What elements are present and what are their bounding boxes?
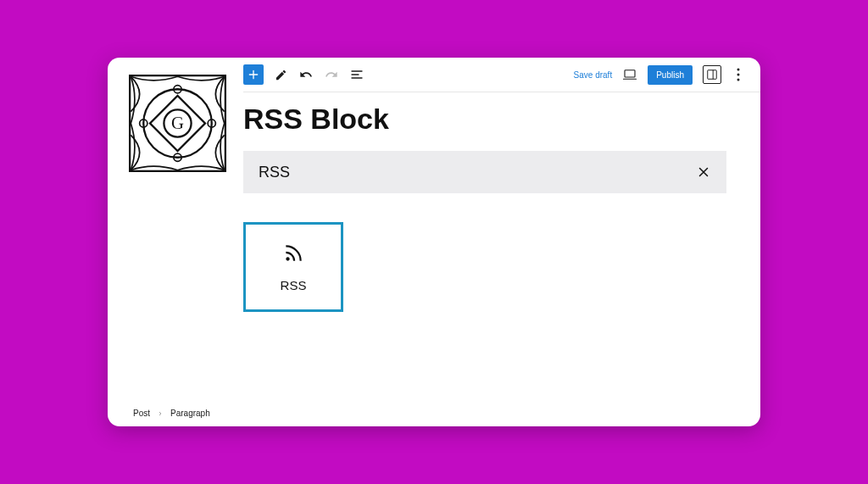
svg-point-15 — [286, 257, 289, 260]
svg-text:G: G — [171, 114, 184, 132]
edit-icon[interactable] — [272, 66, 289, 83]
rss-icon — [282, 242, 304, 264]
block-search-input[interactable]: RSS — [259, 164, 290, 181]
undo-icon[interactable] — [298, 66, 314, 83]
editor-body: G — [108, 58, 760, 426]
editor-content: RSS Block RSS RSS — [243, 92, 760, 312]
rss-block-label: RSS — [281, 278, 307, 292]
editor-toolbar: Save draft Publish — [243, 58, 760, 92]
toolbar-left — [243, 64, 365, 85]
clear-search-icon[interactable] — [696, 164, 711, 180]
add-block-button[interactable] — [243, 64, 264, 85]
svg-point-14 — [737, 79, 740, 81]
toolbar-right: Save draft Publish — [574, 65, 745, 85]
main-column: Save draft Publish RSS Block RSS — [243, 58, 760, 426]
breadcrumb-post[interactable]: Post — [133, 409, 150, 418]
logo-column: G — [108, 58, 243, 426]
svg-point-13 — [737, 74, 740, 76]
breadcrumb-paragraph[interactable]: Paragraph — [170, 409, 210, 418]
settings-panel-toggle[interactable] — [703, 65, 721, 84]
svg-point-12 — [737, 69, 740, 71]
chevron-right-icon — [157, 410, 164, 417]
page-title[interactable]: RSS Block — [243, 103, 726, 136]
rss-block-result[interactable]: RSS — [243, 222, 343, 312]
preview-icon[interactable] — [622, 67, 637, 82]
redo-icon[interactable] — [323, 66, 340, 83]
block-search-box[interactable]: RSS — [243, 151, 726, 193]
more-menu-icon[interactable] — [732, 68, 745, 81]
publish-button[interactable]: Publish — [648, 65, 693, 85]
site-logo[interactable]: G — [129, 75, 226, 172]
save-draft-link[interactable]: Save draft — [574, 70, 613, 80]
list-view-icon[interactable] — [348, 66, 365, 83]
svg-rect-9 — [625, 70, 635, 77]
breadcrumb: Post Paragraph — [133, 409, 210, 418]
svg-rect-10 — [708, 70, 717, 80]
editor-window: G — [108, 58, 760, 426]
